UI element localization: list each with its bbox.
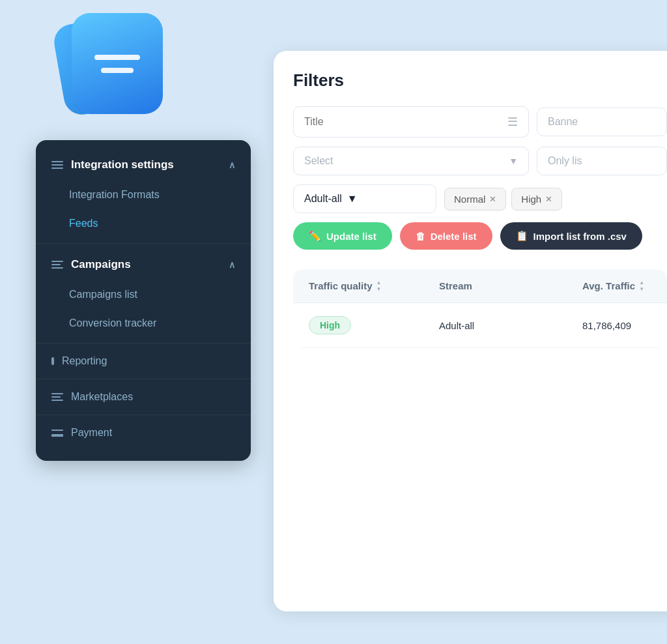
sidebar-item-integration-settings[interactable]: Integration settings ∧ [36, 149, 251, 181]
tag-high: High ✕ [511, 188, 562, 211]
logo-front-card [72, 13, 163, 114]
table-header-row: Traffic quality Stream Avg. Traffic [293, 269, 667, 303]
select-dropdown[interactable]: Select ▼ [293, 147, 529, 175]
divider-2 [36, 343, 251, 344]
cell-quality: High [309, 316, 439, 334]
sidebar-section-campaigns: Campaigns ∧ Campaigns list Conversion tr… [36, 246, 251, 340]
filter-row-2: Select ▼ Only lis [293, 147, 667, 175]
tag-high-close[interactable]: ✕ [545, 194, 552, 204]
adult-all-select[interactable]: Adult-all ▼ [293, 184, 436, 213]
menu-icon-campaigns [51, 261, 63, 269]
results-table: Traffic quality Stream Avg. Traffic High… [293, 269, 667, 348]
import-icon: 📋 [516, 230, 528, 242]
menu-icon-integration [51, 161, 63, 169]
main-panel: Filters ☰ Banne Select ▼ Only lis Adult-… [274, 51, 667, 611]
campaigns-label: Campaigns [71, 258, 131, 271]
sort-quality-icon[interactable] [376, 280, 382, 292]
filter-list-icon: ☰ [507, 115, 518, 129]
pencil-icon: ✏️ [309, 230, 321, 242]
quality-tags-container: Normal ✕ High ✕ [444, 188, 667, 211]
app-logo [39, 7, 169, 117]
sidebar-header-campaigns-left: Campaigns [51, 258, 131, 271]
payment-icon [51, 430, 63, 437]
title-input-field[interactable] [304, 116, 502, 128]
col-stream: Stream [439, 280, 582, 291]
divider-3 [36, 379, 251, 379]
divider-4 [36, 415, 251, 415]
chevron-down-icon: ▼ [509, 156, 518, 166]
chevron-up-campaigns-icon: ∧ [229, 259, 235, 270]
import-csv-button[interactable]: 📋 Import list from .csv [500, 222, 642, 250]
chevron-up-icon: ∧ [229, 160, 235, 170]
sidebar-item-feeds[interactable]: Feeds [36, 209, 251, 238]
action-buttons-row: ✏️ Update list 🗑 Delete list 📋 Import li… [293, 222, 667, 250]
tag-normal: Normal ✕ [444, 188, 506, 211]
payment-label: Payment [71, 427, 112, 439]
only-list-filter[interactable]: Only lis [537, 147, 667, 175]
update-list-button[interactable]: ✏️ Update list [293, 222, 392, 250]
page-title: Filters [293, 70, 667, 91]
delete-list-button[interactable]: 🗑 Delete list [400, 222, 492, 250]
chevron-down-adult-icon: ▼ [347, 193, 358, 205]
tag-normal-close[interactable]: ✕ [489, 194, 496, 204]
sidebar-item-reporting[interactable]: Reporting [36, 346, 251, 376]
title-filter-input[interactable]: ☰ [293, 106, 529, 138]
quality-badge-high: High [309, 316, 351, 334]
reporting-label: Reporting [62, 355, 107, 367]
sidebar-item-payment[interactable]: Payment [36, 418, 251, 448]
sidebar-header-left: Integration settings [51, 158, 174, 171]
filter-row-1: ☰ Banne [293, 106, 667, 138]
bar-chart-icon [51, 357, 54, 365]
marketplaces-icon [51, 393, 63, 401]
table-row: High Adult-all 81,786,409 [293, 303, 667, 348]
banner-filter[interactable]: Banne [537, 108, 667, 136]
marketplaces-label: Marketplaces [71, 391, 133, 403]
divider-1 [36, 243, 251, 244]
filter-row-3: Adult-all ▼ Normal ✕ High ✕ [293, 184, 667, 213]
sidebar-item-integration-formats[interactable]: Integration Formats [36, 181, 251, 209]
logo-line-1 [94, 55, 140, 60]
sort-avg-icon[interactable] [639, 280, 644, 292]
logo-line-2 [101, 68, 134, 73]
cell-stream: Adult-all [439, 320, 582, 331]
sidebar-item-conversion-tracker[interactable]: Conversion tracker [36, 309, 251, 338]
sidebar-item-campaigns[interactable]: Campaigns ∧ [36, 249, 251, 280]
sidebar-item-marketplaces[interactable]: Marketplaces [36, 382, 251, 412]
col-avg-traffic: Avg. Traffic [582, 280, 667, 292]
col-traffic-quality: Traffic quality [309, 280, 439, 292]
integration-settings-label: Integration settings [71, 158, 174, 171]
sidebar-item-campaigns-list[interactable]: Campaigns list [36, 280, 251, 309]
sidebar: Integration settings ∧ Integration Forma… [36, 140, 251, 461]
trash-icon: 🗑 [416, 231, 425, 242]
cell-avg: 81,786,409 [582, 320, 667, 331]
sidebar-section-integration: Integration settings ∧ Integration Forma… [36, 147, 251, 241]
